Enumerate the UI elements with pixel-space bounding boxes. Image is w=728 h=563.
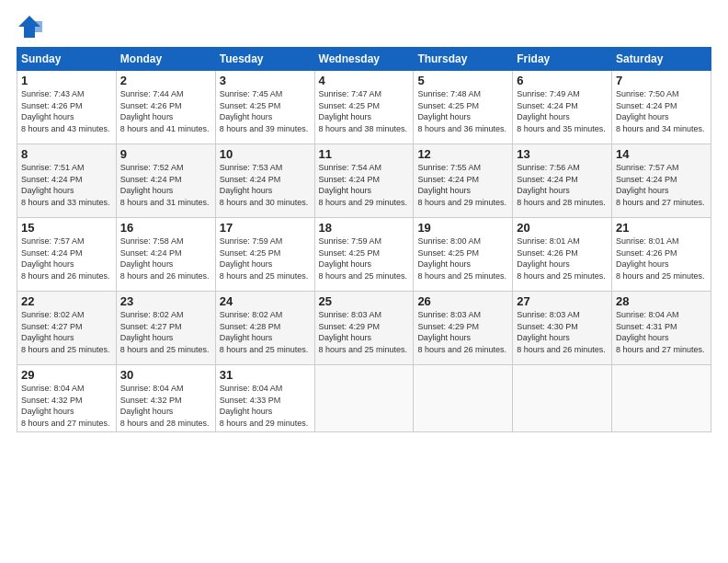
cell-text: Sunrise: 8:04 AMSunset: 4:33 PMDaylight … (220, 383, 311, 429)
day-number: 18 (319, 221, 410, 235)
calendar-cell: 18Sunrise: 7:59 AMSunset: 4:25 PMDayligh… (314, 218, 414, 292)
day-number: 3 (220, 74, 311, 87)
day-number: 26 (417, 294, 508, 308)
calendar-cell: 16Sunrise: 7:58 AMSunset: 4:24 PMDayligh… (116, 218, 215, 292)
cell-text: Sunrise: 7:45 AMSunset: 4:25 PMDaylight … (220, 88, 311, 134)
day-number: 6 (517, 74, 608, 87)
day-number: 2 (120, 74, 211, 87)
calendar-cell: 9Sunrise: 7:52 AMSunset: 4:24 PMDaylight… (116, 144, 215, 218)
calendar-cell: 4Sunrise: 7:47 AMSunset: 4:25 PMDaylight… (314, 71, 414, 144)
day-number: 15 (21, 221, 112, 235)
calendar-table: SundayMondayTuesdayWednesdayThursdayFrid… (17, 47, 711, 432)
calendar-header-sunday: Sunday (17, 48, 117, 71)
calendar-cell: 15Sunrise: 7:57 AMSunset: 4:24 PMDayligh… (17, 218, 117, 292)
day-number: 29 (21, 368, 112, 382)
calendar-cell: 22Sunrise: 8:02 AMSunset: 4:27 PMDayligh… (17, 292, 117, 365)
calendar-cell: 1Sunrise: 7:43 AMSunset: 4:26 PMDaylight… (17, 71, 117, 144)
calendar-cell: 20Sunrise: 8:01 AMSunset: 4:26 PMDayligh… (513, 218, 612, 292)
calendar-week-row: 1Sunrise: 7:43 AMSunset: 4:26 PMDaylight… (17, 71, 711, 144)
calendar-cell: 19Sunrise: 8:00 AMSunset: 4:25 PMDayligh… (414, 218, 513, 292)
day-number: 11 (319, 147, 410, 161)
cell-text: Sunrise: 7:51 AMSunset: 4:24 PMDaylight … (21, 162, 112, 208)
cell-text: Sunrise: 7:59 AMSunset: 4:25 PMDaylight … (220, 236, 311, 282)
cell-text: Sunrise: 8:00 AMSunset: 4:25 PMDaylight … (417, 236, 508, 282)
cell-text: Sunrise: 8:02 AMSunset: 4:27 PMDaylight … (21, 309, 112, 355)
logo-icon (17, 14, 42, 40)
cell-text: Sunrise: 8:02 AMSunset: 4:27 PMDaylight … (120, 309, 211, 355)
cell-text: Sunrise: 8:03 AMSunset: 4:30 PMDaylight … (517, 309, 608, 355)
cell-text: Sunrise: 7:57 AMSunset: 4:24 PMDaylight … (616, 162, 707, 208)
cell-text: Sunrise: 7:53 AMSunset: 4:24 PMDaylight … (220, 162, 311, 208)
calendar-cell: 30Sunrise: 8:04 AMSunset: 4:32 PMDayligh… (116, 365, 215, 432)
cell-text: Sunrise: 7:52 AMSunset: 4:24 PMDaylight … (120, 162, 211, 208)
day-number: 22 (21, 294, 112, 308)
calendar-cell: 13Sunrise: 7:56 AMSunset: 4:24 PMDayligh… (513, 144, 612, 218)
day-number: 1 (21, 74, 112, 87)
calendar-week-row: 29Sunrise: 8:04 AMSunset: 4:32 PMDayligh… (17, 365, 711, 432)
calendar-header-friday: Friday (513, 48, 612, 71)
calendar-week-row: 22Sunrise: 8:02 AMSunset: 4:27 PMDayligh… (17, 292, 711, 365)
cell-text: Sunrise: 7:44 AMSunset: 4:26 PMDaylight … (120, 88, 211, 134)
day-number: 14 (616, 147, 707, 161)
svg-marker-1 (35, 21, 42, 32)
calendar-cell: 10Sunrise: 7:53 AMSunset: 4:24 PMDayligh… (215, 144, 314, 218)
day-number: 20 (517, 221, 608, 235)
calendar-cell (314, 365, 414, 432)
calendar-cell: 23Sunrise: 8:02 AMSunset: 4:27 PMDayligh… (116, 292, 215, 365)
cell-text: Sunrise: 8:04 AMSunset: 4:31 PMDaylight … (616, 309, 707, 355)
day-number: 27 (517, 294, 608, 308)
calendar-cell (513, 365, 612, 432)
day-number: 4 (319, 74, 410, 87)
calendar-header-row: SundayMondayTuesdayWednesdayThursdayFrid… (17, 48, 711, 71)
cell-text: Sunrise: 7:56 AMSunset: 4:24 PMDaylight … (517, 162, 608, 208)
day-number: 30 (120, 368, 211, 382)
day-number: 12 (417, 147, 508, 161)
calendar-cell: 28Sunrise: 8:04 AMSunset: 4:31 PMDayligh… (612, 292, 711, 365)
day-number: 5 (417, 74, 508, 87)
calendar-cell: 25Sunrise: 8:03 AMSunset: 4:29 PMDayligh… (314, 292, 414, 365)
calendar-cell: 14Sunrise: 7:57 AMSunset: 4:24 PMDayligh… (612, 144, 711, 218)
page: SundayMondayTuesdayWednesdayThursdayFrid… (0, 0, 728, 563)
calendar-week-row: 8Sunrise: 7:51 AMSunset: 4:24 PMDaylight… (17, 144, 711, 218)
calendar-cell: 21Sunrise: 8:01 AMSunset: 4:26 PMDayligh… (612, 218, 711, 292)
day-number: 28 (616, 294, 707, 308)
day-number: 8 (21, 147, 112, 161)
cell-text: Sunrise: 7:43 AMSunset: 4:26 PMDaylight … (21, 88, 112, 134)
calendar-cell: 11Sunrise: 7:54 AMSunset: 4:24 PMDayligh… (314, 144, 414, 218)
cell-text: Sunrise: 7:58 AMSunset: 4:24 PMDaylight … (120, 236, 211, 282)
header (17, 14, 711, 40)
logo (17, 14, 44, 40)
day-number: 31 (220, 368, 311, 382)
calendar-cell: 27Sunrise: 8:03 AMSunset: 4:30 PMDayligh… (513, 292, 612, 365)
cell-text: Sunrise: 8:01 AMSunset: 4:26 PMDaylight … (616, 236, 707, 282)
cell-text: Sunrise: 7:55 AMSunset: 4:24 PMDaylight … (417, 162, 508, 208)
calendar-header-tuesday: Tuesday (215, 48, 314, 71)
cell-text: Sunrise: 8:03 AMSunset: 4:29 PMDaylight … (417, 309, 508, 355)
calendar-cell: 31Sunrise: 8:04 AMSunset: 4:33 PMDayligh… (215, 365, 314, 432)
calendar-cell: 5Sunrise: 7:48 AMSunset: 4:25 PMDaylight… (414, 71, 513, 144)
cell-text: Sunrise: 8:04 AMSunset: 4:32 PMDaylight … (120, 383, 211, 429)
cell-text: Sunrise: 7:48 AMSunset: 4:25 PMDaylight … (417, 88, 508, 134)
calendar-cell: 24Sunrise: 8:02 AMSunset: 4:28 PMDayligh… (215, 292, 314, 365)
calendar-cell (612, 365, 711, 432)
day-number: 23 (120, 294, 211, 308)
calendar-cell: 6Sunrise: 7:49 AMSunset: 4:24 PMDaylight… (513, 71, 612, 144)
day-number: 10 (220, 147, 311, 161)
calendar-cell: 2Sunrise: 7:44 AMSunset: 4:26 PMDaylight… (116, 71, 215, 144)
cell-text: Sunrise: 8:03 AMSunset: 4:29 PMDaylight … (319, 309, 410, 355)
day-number: 9 (120, 147, 211, 161)
cell-text: Sunrise: 8:04 AMSunset: 4:32 PMDaylight … (21, 383, 112, 429)
calendar-cell: 17Sunrise: 7:59 AMSunset: 4:25 PMDayligh… (215, 218, 314, 292)
day-number: 19 (417, 221, 508, 235)
calendar-cell: 26Sunrise: 8:03 AMSunset: 4:29 PMDayligh… (414, 292, 513, 365)
day-number: 16 (120, 221, 211, 235)
cell-text: Sunrise: 7:50 AMSunset: 4:24 PMDaylight … (616, 88, 707, 134)
day-number: 24 (220, 294, 311, 308)
calendar-cell (414, 365, 513, 432)
cell-text: Sunrise: 8:02 AMSunset: 4:28 PMDaylight … (220, 309, 311, 355)
calendar-cell: 3Sunrise: 7:45 AMSunset: 4:25 PMDaylight… (215, 71, 314, 144)
calendar-header-monday: Monday (116, 48, 215, 71)
calendar-cell: 8Sunrise: 7:51 AMSunset: 4:24 PMDaylight… (17, 144, 117, 218)
calendar-header-saturday: Saturday (612, 48, 711, 71)
cell-text: Sunrise: 8:01 AMSunset: 4:26 PMDaylight … (517, 236, 608, 282)
